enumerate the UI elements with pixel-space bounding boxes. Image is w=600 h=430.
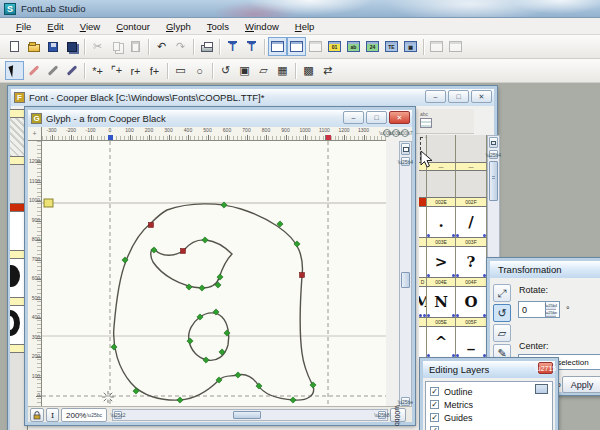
scale-transform-icon[interactable]: ⤢: [493, 284, 511, 302]
scroll-up-icon[interactable]: \u25b4: [401, 157, 410, 166]
panel-toggle-icon[interactable]: [306, 37, 325, 56]
glyph-cell[interactable]: [456, 135, 487, 162]
glyph-outer-contour[interactable]: [114, 204, 314, 400]
maximize-icon[interactable]: □: [448, 90, 469, 103]
curve-node[interactable]: [203, 357, 209, 363]
transform-tool-icon[interactable]: ▦: [273, 61, 292, 80]
scrollbar-page-icon[interactable]: [489, 137, 498, 148]
curve-node[interactable]: [199, 285, 205, 291]
rotate-transform-icon[interactable]: ↺: [493, 304, 511, 322]
glyph-cell[interactable]: [419, 327, 427, 357]
glyph-code-caption[interactable]: [419, 237, 427, 247]
curve-node[interactable]: [177, 397, 183, 403]
curve-node[interactable]: [290, 397, 296, 403]
glyph-code-caption[interactable]: 005E: [427, 317, 456, 327]
glyph-code-caption[interactable]: 003F: [456, 237, 487, 247]
curve-node[interactable]: [111, 344, 117, 350]
text-mode-button[interactable]: I: [46, 408, 59, 422]
slant-tool-icon[interactable]: ▱: [254, 61, 273, 80]
glyph-vscroll-thumb[interactable]: [401, 272, 410, 288]
glyph-canvas[interactable]: [42, 141, 386, 408]
open-icon[interactable]: [24, 37, 43, 56]
glyph-cell[interactable]: [419, 207, 427, 237]
glyph-code-caption[interactable]: 005F: [456, 317, 487, 327]
save-all-icon[interactable]: [62, 37, 81, 56]
new-icon[interactable]: [5, 37, 24, 56]
layer-row[interactable]: ✓: [426, 424, 532, 430]
menu-item-file[interactable]: File: [8, 19, 39, 34]
glyph-window-titlebar[interactable]: G Glyph - a from Cooper Black ‒□✕: [28, 110, 412, 127]
font-window-titlebar[interactable]: F Font - Cooper Black [C:\Windows\Fonts\…: [11, 89, 494, 106]
add-tangent-tool-icon[interactable]: f+: [145, 61, 164, 80]
panel-grid-icon[interactable]: ▦: [401, 37, 420, 56]
ruler-option-3-icon[interactable]: \u00b7: [401, 129, 409, 137]
slant-transform-icon[interactable]: ▱: [493, 324, 511, 342]
glyph-aperture-contour[interactable]: [151, 240, 232, 288]
close-icon[interactable]: ✕: [389, 111, 410, 124]
glyph-cell[interactable]: O: [456, 287, 487, 317]
layer-row[interactable]: ✓Outline: [426, 385, 532, 398]
glyph-code-caption[interactable]: [419, 197, 427, 207]
corner-node[interactable]: [181, 249, 186, 254]
glyph-horizontal-scrollbar[interactable]: \u25c2 \u25b8: [112, 409, 388, 421]
glyph-cell[interactable]: ?: [456, 247, 487, 277]
rotate-spinner[interactable]: \u25b4\u25be: [545, 302, 556, 317]
menu-item-view[interactable]: View: [72, 19, 108, 34]
rotate-input[interactable]: 0 \u25b4\u25be: [518, 301, 560, 318]
menu-item-tools[interactable]: Tools: [199, 19, 237, 34]
edit-tool-icon[interactable]: [5, 61, 24, 80]
scroll-right-icon[interactable]: \u25b8: [378, 411, 386, 419]
print-icon[interactable]: [197, 37, 216, 56]
scale-tool-icon[interactable]: ▣: [235, 61, 254, 80]
layer-row[interactable]: ✓Metrics: [426, 398, 532, 411]
glyph-window-toggle-icon[interactable]: [287, 37, 306, 56]
rectangle-tool-icon[interactable]: ▭: [171, 61, 190, 80]
glyph-vertical-scrollbar[interactable]: \u25b4 \u25be: [399, 141, 412, 408]
checkbox-icon[interactable]: ✓: [430, 426, 439, 430]
glyph-cell[interactable]: [419, 171, 427, 197]
glyph-cell[interactable]: [456, 171, 487, 197]
left-sidebearing-marker[interactable]: [108, 135, 113, 140]
advance-width-marker[interactable]: [326, 135, 331, 140]
apply-button[interactable]: Apply: [562, 376, 600, 393]
add-point-tool-icon[interactable]: *+: [88, 61, 107, 80]
scroll-up-icon[interactable]: \u25b4: [489, 150, 498, 159]
close-icon[interactable]: \u2715: [538, 362, 553, 374]
checkbox-icon[interactable]: ✓: [430, 387, 439, 396]
glyph-code-caption[interactable]: 002E: [427, 197, 456, 207]
metrics-window-icon[interactable]: T: [223, 37, 242, 56]
menu-item-glyph[interactable]: Glyph: [158, 19, 199, 34]
save-icon[interactable]: [43, 37, 62, 56]
panel-classes-icon[interactable]: ab: [344, 37, 363, 56]
metrics-window-2-icon[interactable]: T: [242, 37, 261, 56]
erase-tool-icon[interactable]: [24, 61, 43, 80]
panel-te-icon[interactable]: TE: [382, 37, 401, 56]
measure-tool-icon[interactable]: ▩: [299, 61, 318, 80]
app-titlebar[interactable]: S FontLab Studio: [0, 0, 600, 18]
glyph-code-caption[interactable]: 002F: [456, 197, 487, 207]
editing-layers-panel[interactable]: Editing Layers \u2715 ✓Outline✓Metrics✓G…: [420, 358, 558, 430]
menu-item-edit[interactable]: Edit: [39, 19, 71, 34]
editing-layers-titlebar[interactable]: Editing Layers \u2715: [423, 361, 555, 378]
meter-tool-icon[interactable]: ⇄: [318, 61, 337, 80]
transformation-panel-titlebar[interactable]: Transformation: [490, 261, 600, 278]
panel-groups-icon[interactable]: 24: [363, 37, 382, 56]
glyph-cell[interactable]: N: [427, 287, 456, 317]
cut-icon[interactable]: ✂: [88, 37, 107, 56]
expand-panel-icon[interactable]: \u00bb: [390, 408, 406, 422]
menu-item-contour[interactable]: Contour: [108, 19, 158, 34]
copy-icon[interactable]: [107, 37, 126, 56]
glyph-outline-editor[interactable]: [42, 141, 386, 408]
glyph-code-caption[interactable]: 003E: [427, 237, 456, 247]
corner-node[interactable]: [300, 273, 305, 278]
add-curve-tool-icon[interactable]: r+: [126, 61, 145, 80]
names-mode-icon[interactable]: abc: [420, 111, 428, 117]
curve-node[interactable]: [202, 237, 208, 243]
curve-node[interactable]: [187, 338, 193, 344]
glyph-code-caption[interactable]: [419, 317, 427, 327]
menu-item-window[interactable]: Window: [237, 19, 287, 34]
extra-panel-2-icon[interactable]: [446, 37, 465, 56]
glyph-code-caption[interactable]: 004F: [456, 277, 487, 287]
corner-node[interactable]: [149, 223, 154, 228]
curve-node[interactable]: [235, 372, 241, 378]
